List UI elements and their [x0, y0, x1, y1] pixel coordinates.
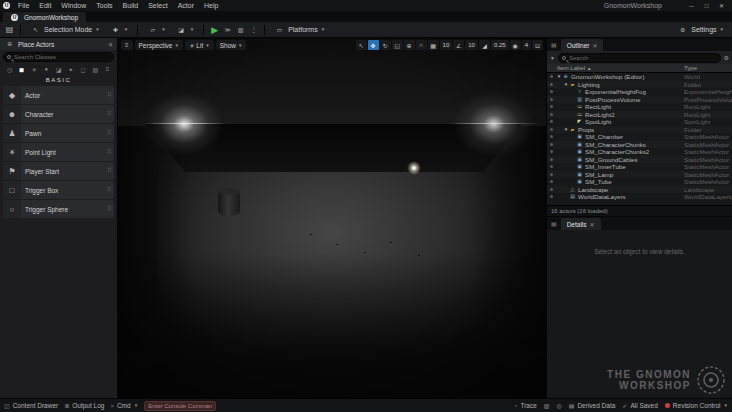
maximize-viewport-icon[interactable]: ⊡	[532, 40, 543, 50]
outliner-row[interactable]: ▣SM_TubeStaticMeshActor	[547, 178, 732, 186]
insights-icon[interactable]: ▥	[544, 402, 550, 409]
place-actor-item[interactable]: ⚑Player Start⠿	[3, 162, 114, 180]
outliner-row[interactable]: ▣SM_InnerTubeStaticMeshActor	[547, 163, 732, 171]
place-actor-item[interactable]: ☀Point Light⠿	[3, 143, 114, 161]
close-icon[interactable]: ✕	[590, 221, 595, 228]
visibility-eye-icon[interactable]	[547, 180, 556, 183]
search-classes-input[interactable]	[14, 54, 110, 60]
scale-snap-icon[interactable]: ◢	[479, 40, 490, 50]
console-command-input[interactable]	[144, 401, 216, 411]
camera-speed-icon[interactable]: ◉	[510, 40, 521, 50]
view-mode-dropdown[interactable]: ☀ Lit ▼	[185, 40, 214, 50]
output-log-button[interactable]: ≣ Output Log	[64, 402, 104, 409]
content-drawer-button[interactable]: ◫ Content Drawer	[4, 402, 58, 409]
outliner-row[interactable]: △LandscapeLandscape	[547, 186, 732, 194]
quick-add-dropdown[interactable]: ✚ ▼	[106, 23, 132, 37]
cinematic-category-icon[interactable]: ◪	[54, 66, 63, 73]
place-actor-item[interactable]: ○Trigger Sphere⠿	[3, 200, 114, 218]
menu-actor[interactable]: Actor	[173, 0, 199, 11]
outliner-row[interactable]: ▼▰LightingFolder	[547, 81, 732, 89]
cmd-dropdown[interactable]: > Cmd ▼	[110, 402, 138, 409]
outliner-row[interactable]: ▭RectLight2RectLight	[547, 111, 732, 119]
all-saved-button[interactable]: ✓ All Saved	[622, 402, 658, 409]
outliner-row[interactable]: ▣SM_ChamberStaticMeshActor	[547, 133, 732, 141]
messages-icon[interactable]: ◎	[556, 402, 561, 409]
volumes-category-icon[interactable]: ▧	[91, 66, 100, 73]
menu-build[interactable]: Build	[118, 0, 144, 11]
outliner-row[interactable]: ▣SM_CharacterChunksStaticMeshActor	[547, 141, 732, 149]
tab-outliner[interactable]: Outliner ✕	[561, 39, 604, 51]
basic-category-icon[interactable]: ◼	[17, 66, 26, 73]
menu-file[interactable]: File	[13, 0, 34, 11]
world-local-toggle-icon[interactable]: ⊕	[404, 40, 415, 50]
trace-button[interactable]: ◔ Trace	[514, 402, 537, 409]
play-button[interactable]: ▶	[209, 24, 220, 36]
geometry-category-icon[interactable]: ◻	[79, 66, 88, 73]
select-tool-icon[interactable]: ↖	[356, 40, 367, 50]
multiplayer-options-icon[interactable]: ▥	[235, 24, 246, 36]
outliner-row[interactable]: ◤SpotLightSpotLight	[547, 118, 732, 126]
visibility-eye-icon[interactable]	[547, 90, 556, 93]
outliner-row[interactable]: ▭RectLightRectLight	[547, 103, 732, 111]
settings-dropdown[interactable]: ⚙ Settings ▼	[673, 23, 728, 37]
camera-speed-value[interactable]: 4	[522, 40, 531, 50]
visibility-eye-icon[interactable]	[547, 173, 556, 176]
filter-funnel-icon[interactable]: ▼	[550, 55, 555, 61]
column-item-label[interactable]: Item Label ▲	[547, 65, 684, 71]
visibility-eye-icon[interactable]	[547, 158, 556, 161]
shapes-category-icon[interactable]: ●	[42, 66, 51, 73]
rotation-snap-icon[interactable]: ∠	[453, 40, 464, 50]
place-actor-item[interactable]: ♟Pawn⠿	[3, 124, 114, 142]
minimize-button[interactable]: ─	[684, 3, 699, 9]
visibility-eye-icon[interactable]	[547, 195, 556, 198]
visibility-eye-icon[interactable]	[547, 83, 556, 86]
level-tab[interactable]: U GnomonWorkshop	[3, 12, 86, 22]
surface-snap-icon[interactable]: ∩	[416, 40, 427, 50]
outliner-row[interactable]: ▼⊕GnomonWorkshop (Editor)World	[547, 73, 732, 81]
outliner-row[interactable]: ▣SM_GroundCablesStaticMeshActor	[547, 156, 732, 164]
mode-selector-dropdown[interactable]: ↖ Selection Mode ▼	[26, 23, 104, 37]
drag-grip-icon[interactable]: ⠿	[107, 91, 114, 99]
drag-grip-icon[interactable]: ⠿	[107, 110, 114, 118]
close-icon[interactable]: ✕	[108, 41, 113, 48]
revision-control-button[interactable]: Revision Control ▼	[665, 402, 728, 409]
outliner-row[interactable]: ▤WorldDataLayersWorldDataLayers	[547, 193, 732, 201]
drag-grip-icon[interactable]: ⠿	[107, 205, 114, 213]
place-actor-item[interactable]: ☻Character⠿	[3, 105, 114, 123]
viewport-options-button[interactable]: ≡	[121, 40, 133, 50]
visibility-eye-icon[interactable]	[547, 135, 556, 138]
visibility-eye-icon[interactable]	[547, 150, 556, 153]
camera-mode-dropdown[interactable]: Perspective ▼	[135, 40, 183, 50]
dock-icon[interactable]: ▤	[549, 41, 559, 48]
visibility-eye-icon[interactable]	[547, 165, 556, 168]
place-actors-header[interactable]: ⊞ Place Actors ✕	[0, 38, 117, 50]
visibility-eye-icon[interactable]	[547, 120, 556, 123]
place-actor-item[interactable]: □Trigger Box⠿	[3, 181, 114, 199]
cinematics-dropdown[interactable]: ◪ ▼	[172, 23, 198, 37]
show-flags-dropdown[interactable]: Show ▼	[216, 40, 247, 50]
menu-window[interactable]: Window	[56, 0, 91, 11]
move-tool-icon[interactable]: ✥	[368, 40, 379, 50]
skip-frame-button[interactable]: ≫	[222, 24, 233, 36]
column-type[interactable]: Type	[684, 65, 732, 71]
dock-icon[interactable]: ▤	[549, 220, 559, 227]
visibility-eye-icon[interactable]	[547, 98, 556, 101]
scale-snap-value[interactable]: 0.25	[491, 40, 509, 50]
visibility-eye-icon[interactable]	[547, 105, 556, 108]
drag-grip-icon[interactable]: ⠿	[107, 148, 114, 156]
place-actors-search[interactable]	[3, 52, 114, 62]
level-viewport[interactable]: ≡ Perspective ▼ ☀ Lit ▼ Show ▼ ↖ ✥ ↻	[118, 38, 546, 398]
outliner-row[interactable]: ▣SM_CharacterChunks2StaticMeshActor	[547, 148, 732, 156]
visibility-eye-icon[interactable]	[547, 128, 556, 131]
maximize-button[interactable]: □	[699, 3, 714, 9]
drag-grip-icon[interactable]: ⠿	[107, 129, 114, 137]
visibility-eye-icon[interactable]	[547, 75, 556, 78]
close-button[interactable]: ✕	[714, 2, 729, 9]
outliner-row[interactable]: ▣SM_LampStaticMeshActor	[547, 171, 732, 179]
visibility-eye-icon[interactable]	[547, 113, 556, 116]
outliner-search-input[interactable]	[569, 55, 717, 61]
rotate-tool-icon[interactable]: ↻	[380, 40, 391, 50]
grid-snap-value[interactable]: 10	[440, 40, 453, 50]
outliner-row[interactable]: ▼▰PropsFolder	[547, 126, 732, 134]
save-icon[interactable]: ▤	[4, 24, 15, 36]
